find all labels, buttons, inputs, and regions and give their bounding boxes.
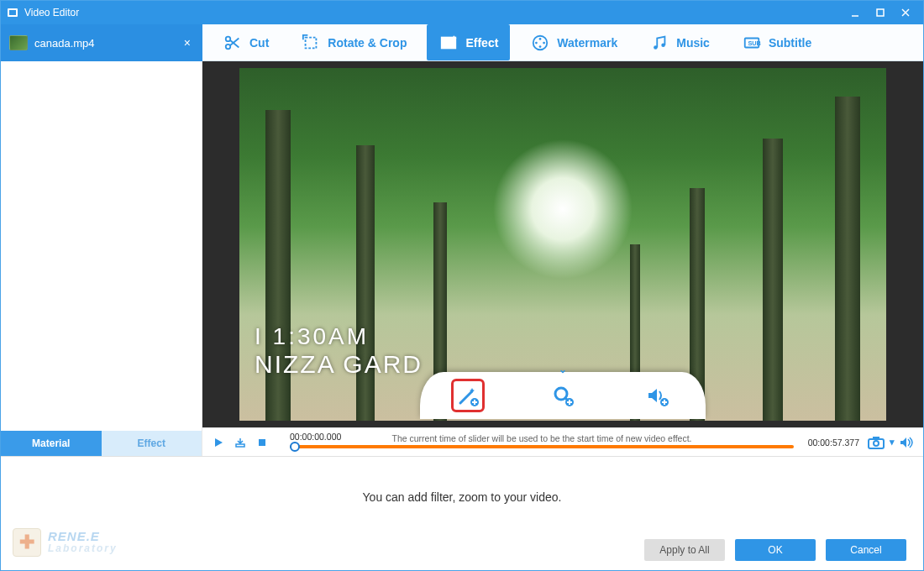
play-button[interactable] — [211, 435, 226, 450]
ok-button[interactable]: OK — [735, 539, 816, 561]
close-button[interactable] — [893, 1, 918, 24]
collapse-pill-icon[interactable]: ⌄ — [559, 364, 567, 375]
subtitle-icon: SUB — [742, 33, 762, 53]
add-filter-button[interactable] — [451, 379, 485, 412]
maximize-button[interactable] — [868, 1, 893, 24]
minimize-button[interactable] — [843, 1, 868, 24]
filmstrip-sparkle-icon — [438, 33, 459, 53]
tool-rotate-crop[interactable]: Rotate & Crop — [289, 24, 418, 60]
svg-point-18 — [543, 41, 546, 44]
tool-music[interactable]: Music — [638, 24, 722, 60]
crop-icon — [301, 33, 321, 53]
svg-rect-39 — [873, 437, 879, 440]
cancel-button[interactable]: Cancel — [826, 539, 906, 561]
svg-rect-36 — [259, 439, 265, 446]
titlebar: Video Editor — [1, 1, 923, 24]
sidebar-tab-material[interactable]: Material — [1, 431, 102, 456]
timeline: 00:00:00.000 The current time of slider … — [202, 427, 923, 456]
toolbar: Cut Rotate & Crop Effect Watermark Music… — [202, 24, 923, 61]
snapshot-button[interactable] — [866, 435, 886, 450]
timeline-slider[interactable] — [290, 445, 794, 448]
add-zoom-button[interactable] — [546, 379, 580, 412]
brand-badge-icon: ✚ — [13, 528, 41, 557]
tool-subtitle[interactable]: SUB Subtitle — [730, 24, 823, 60]
file-name: canada.mp4 — [34, 37, 95, 50]
svg-point-20 — [662, 43, 666, 47]
tool-cut[interactable]: Cut — [211, 24, 281, 60]
svg-rect-3 — [877, 9, 884, 16]
tool-label: Watermark — [557, 36, 617, 50]
svg-point-19 — [654, 45, 658, 50]
lower-panel: You can add filter, zoom to your video. … — [1, 456, 923, 570]
film-reel-icon — [530, 33, 550, 53]
svg-point-15 — [539, 38, 542, 40]
add-volume-button[interactable] — [641, 379, 675, 412]
sidebar-body — [1, 61, 202, 431]
speaker-plus-icon — [645, 383, 670, 408]
brand-watermark: ✚ RENE.E Laboratory — [13, 528, 118, 557]
button-row: Apply to All OK Cancel — [1, 537, 923, 570]
file-tab-close-icon[interactable]: × — [181, 36, 194, 50]
tool-label: Cut — [249, 36, 269, 50]
preview-area: I 1:30AM NIZZA GARD ⌄ — [202, 61, 923, 456]
sidebar-tabs: Material Effect — [1, 431, 202, 456]
app-icon — [6, 6, 19, 19]
svg-rect-1 — [9, 10, 16, 15]
preview-overlay-text: I 1:30AM NIZZA GARD — [255, 323, 423, 379]
tool-label: Rotate & Crop — [328, 36, 407, 50]
file-tab[interactable]: canada.mp4 × — [1, 24, 202, 61]
svg-line-23 — [460, 391, 472, 403]
timeline-track[interactable]: 00:00:00.000 The current time of slider … — [290, 435, 794, 450]
overlay-line1: I 1:30AM — [255, 323, 423, 350]
window-title: Video Editor — [24, 7, 79, 18]
apply-to-all-button[interactable]: Apply to All — [644, 539, 725, 561]
scissors-icon — [223, 33, 243, 53]
music-note-icon — [649, 33, 669, 53]
svg-point-16 — [539, 45, 542, 48]
file-thumbnail — [9, 35, 28, 50]
upper-area: canada.mp4 × Cut Rotate & Crop Effect Wa… — [1, 24, 923, 456]
step-button[interactable] — [233, 435, 248, 450]
svg-text:SUB: SUB — [748, 39, 760, 46]
timeline-hint: The current time of slider will be used … — [290, 433, 794, 443]
tool-label: Effect — [465, 36, 498, 50]
timeline-knob[interactable] — [290, 442, 300, 452]
file-tab-strip: canada.mp4 × — [1, 24, 202, 61]
effect-pill: ⌄ — [420, 372, 706, 419]
tool-effect[interactable]: Effect — [427, 24, 510, 60]
overlay-line2: NIZZA GARD — [255, 350, 423, 379]
brand-line1: RENE.E — [48, 531, 118, 542]
svg-rect-10 — [306, 37, 317, 48]
svg-point-38 — [874, 441, 879, 446]
tool-label: Subtitle — [769, 36, 811, 50]
sidebar-tab-effect[interactable]: Effect — [102, 431, 202, 456]
tool-label: Music — [676, 36, 710, 50]
volume-button[interactable] — [898, 435, 915, 450]
magic-wand-plus-icon — [455, 383, 480, 408]
tool-watermark[interactable]: Watermark — [518, 24, 629, 60]
sidebar: Material Effect — [1, 61, 202, 456]
svg-point-17 — [535, 41, 538, 44]
svg-rect-35 — [236, 444, 244, 447]
brand-line2: Laboratory — [48, 542, 118, 554]
lower-hint: You can add filter, zoom to your video. — [1, 457, 923, 537]
magnifier-plus-icon — [550, 383, 575, 408]
snapshot-chevron-icon[interactable]: ▾ — [890, 437, 895, 448]
video-preview[interactable]: I 1:30AM NIZZA GARD ⌄ — [239, 68, 886, 421]
timeline-end-time: 00:00:57.377 — [801, 437, 859, 448]
stop-button[interactable] — [255, 435, 270, 450]
